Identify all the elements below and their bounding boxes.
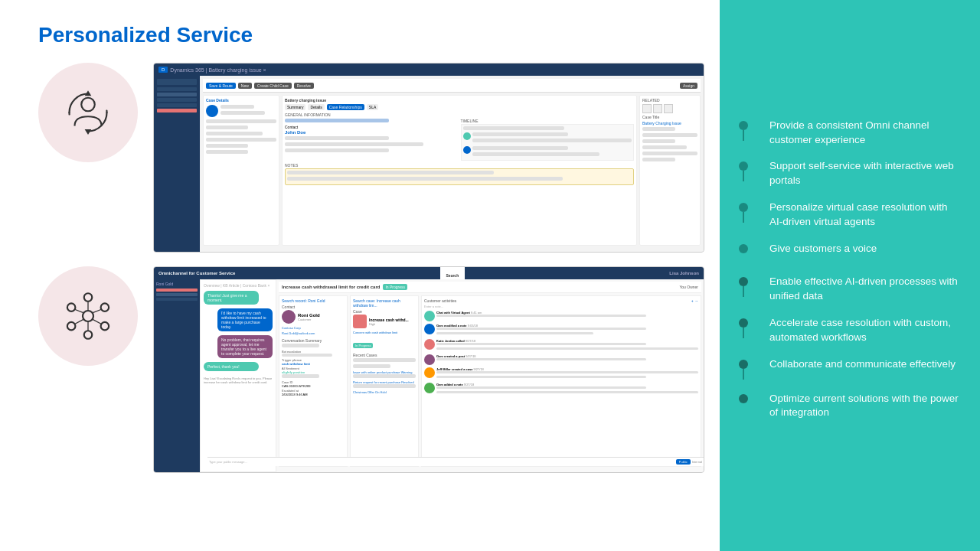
bottom-content-row: Omnichannel for Customer Service Search …	[38, 266, 704, 473]
dot-2	[739, 161, 748, 171]
svg-point-7	[84, 331, 93, 339]
chat-bubble-4: Perfect, thank you!	[204, 362, 259, 371]
resolve-btn-mock: Resolve	[294, 83, 314, 89]
mock-nav-sidebar-bottom: Roni Gold	[154, 279, 200, 472]
create-child-btn-mock: Create Child Case	[254, 83, 292, 89]
svg-point-9	[67, 303, 76, 311]
feature-group-2: Enable effective AI-driven processes wit…	[739, 275, 961, 432]
line-3	[743, 212, 744, 223]
feature-text-8: Optimize current solutions with the powe…	[769, 392, 961, 421]
mock-right-panel: RELATED Case Title Battery Charging Issu…	[639, 95, 701, 246]
feature-item-3: Personalize virtual case resolution with…	[739, 201, 961, 230]
case-column: Search case: Increase cash withdraw lim.…	[350, 295, 419, 467]
mock-chat-panel: Overview | KB Article | Contoso Bank × T…	[200, 279, 276, 472]
feature-text-5: Enable effective AI-driven processes wit…	[769, 275, 961, 304]
mock-main-top: Save & Route New Create Child Case Resol…	[200, 76, 704, 252]
svg-point-8	[67, 322, 76, 331]
feature-item-2: Support self-service with interactive we…	[739, 159, 961, 188]
svg-line-14	[75, 319, 83, 324]
case-header-strip: Increase cash withdrawal limit for credi…	[279, 282, 701, 293]
top-screenshot: D Dynamics 365 | Battery charging issue …	[153, 63, 704, 253]
right-sidebar: Provide a consistent Omni channel custom…	[720, 0, 980, 551]
svg-line-12	[93, 319, 101, 324]
line-6	[743, 328, 744, 338]
svg-point-3	[83, 311, 93, 321]
feature-text-4: Give customers a voice	[769, 242, 877, 256]
bottom-screenshot: Omnichannel for Customer Service Search …	[153, 266, 704, 473]
svg-point-6	[101, 322, 109, 331]
network-icon-container	[38, 266, 138, 366]
svg-point-4	[84, 293, 93, 302]
mock-nav-sidebar	[154, 76, 200, 252]
mock-titlebar-top: D Dynamics 365 | Battery charging issue …	[154, 64, 704, 76]
mock-detail-panel: Increase cash withdrawal limit for credi…	[276, 279, 704, 472]
top-content-row: D Dynamics 365 | Battery charging issue …	[38, 63, 704, 253]
network-svg	[61, 289, 115, 343]
main-content: Personalized Service D	[0, 0, 720, 551]
mock-content-top: Case Details	[203, 95, 701, 246]
detail-columns: Search record: Roni Gold Contact Roni Go…	[279, 295, 701, 467]
dot-1	[739, 121, 748, 130]
mock-left-panel: Case Details	[203, 95, 279, 246]
line-5	[743, 286, 744, 297]
person-cycle-icon-container	[38, 63, 138, 162]
contact-column: Search record: Roni Gold Contact Roni Go…	[279, 295, 348, 467]
feature-item-1: Provide a consistent Omni channel custom…	[739, 119, 961, 148]
dot-6	[739, 318, 748, 328]
svg-point-5	[101, 303, 109, 311]
titlebar-text: Dynamics 365 | Battery charging issue ×	[170, 67, 266, 73]
mock-center-panel: Battery charging issue Summary Details C…	[282, 95, 637, 246]
mock-body-bottom: Roni Gold Overview | KB Article | Contos…	[154, 279, 704, 472]
page-title: Personalized Service	[38, 23, 704, 47]
person-cycle-svg	[61, 86, 115, 139]
feature-text-7: Collaborate and communicate effectively	[769, 357, 956, 372]
dot-5	[739, 277, 748, 286]
chat-bubble-2: I'd like to have my cash withdraw limit …	[217, 308, 273, 331]
svg-line-11	[93, 309, 101, 312]
mock-body-top: Save & Route New Create Child Case Resol…	[154, 76, 704, 252]
feature-item-8: Optimize current solutions with the powe…	[739, 392, 961, 421]
dot-7	[739, 360, 748, 369]
feature-group-1: Provide a consistent Omni channel custom…	[739, 119, 961, 275]
feature-text-3: Personalize virtual case resolution with…	[769, 201, 961, 230]
activity-column: Customer activities + → Enter a note... …	[421, 295, 701, 467]
dot-3	[739, 203, 748, 212]
dot-4	[739, 244, 748, 253]
chat-bubble-3: No problem, that requires agent approval…	[217, 335, 273, 358]
in-progress-tag: In Progress	[383, 284, 407, 290]
chat-bubble-1: Thanks! Just give me a moment.	[204, 291, 259, 305]
assign-btn-mock: Assign	[680, 83, 697, 89]
feature-text-6: Accelerate case resolution with custom, …	[769, 316, 961, 345]
new-btn-mock: New	[238, 83, 252, 89]
svg-point-0	[81, 98, 95, 112]
dot-8	[739, 394, 748, 403]
feature-text-2: Support self-service with interactive we…	[769, 159, 961, 188]
svg-line-15	[75, 309, 83, 312]
save-btn-mock: Save & Route	[206, 83, 236, 89]
omni-title-text: Omnichannel for Customer Service	[158, 271, 235, 276]
feature-item-4: Give customers a voice	[739, 242, 961, 256]
feature-item-7: Collaborate and communicate effectively	[739, 357, 961, 380]
feature-text-1: Provide a consistent Omni channel custom…	[769, 119, 961, 148]
line-7	[743, 369, 744, 380]
omni-titlebar: Omnichannel for Customer Service Search …	[154, 267, 704, 279]
feature-item-5: Enable effective AI-driven processes wit…	[739, 275, 961, 304]
feature-item-6: Accelerate case resolution with custom, …	[739, 316, 961, 345]
line-1	[743, 130, 744, 141]
mock-action-bar: Save & Route New Create Child Case Resol…	[203, 79, 701, 93]
line-2	[743, 171, 744, 181]
